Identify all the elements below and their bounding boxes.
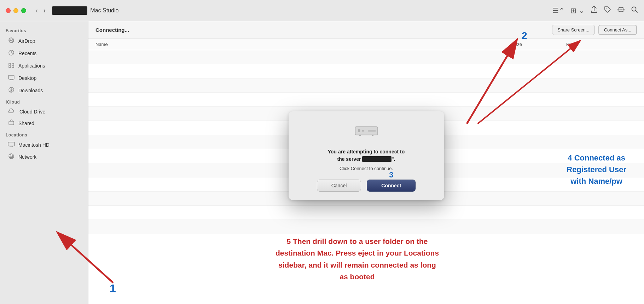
connecting-status: Connecting... (95, 27, 129, 33)
minimize-button[interactable] (13, 8, 18, 13)
airdrop-label: AirDrop (18, 38, 35, 44)
content-header: Connecting... Share Screen... Connect As… (88, 21, 644, 39)
modal-buttons: Cancel 3 Connect (317, 180, 416, 192)
sidebar-item-applications[interactable]: Applications (2, 60, 86, 72)
connect-btn-wrapper: 3 Connect (367, 180, 416, 192)
more-icon[interactable] (617, 6, 625, 15)
window-title: Mac Studio (90, 7, 118, 14)
svg-rect-19 (358, 129, 360, 132)
recents-label: Recents (18, 51, 36, 56)
svg-point-1 (619, 9, 620, 10)
redacted-hostname (52, 6, 87, 15)
svg-rect-23 (372, 135, 373, 136)
svg-rect-11 (9, 121, 14, 125)
nav-buttons: ‹ › (33, 6, 48, 15)
title-bar: ‹ › Mac Studio ☰⌃ ⊞ ⌄ (0, 0, 644, 21)
downloads-icon (8, 87, 15, 94)
svg-rect-22 (359, 135, 361, 136)
macintosh-hd-icon (8, 141, 15, 148)
sidebar: Favorites AirDrop Recents (0, 21, 88, 304)
favorites-header: Favorites (0, 25, 88, 35)
table-row (88, 93, 644, 107)
desktop-icon (8, 74, 15, 82)
sidebar-item-icloud-drive[interactable]: iCloud Drive (2, 106, 86, 117)
tag-icon[interactable] (604, 6, 611, 15)
fullscreen-button[interactable] (21, 8, 26, 13)
table-row (88, 64, 644, 78)
downloads-label: Downloads (18, 88, 43, 93)
locations-header: Locations (0, 130, 88, 139)
svg-point-3 (623, 9, 624, 10)
table-row (88, 220, 644, 234)
modal-title: You are attempting to connect to the ser… (328, 148, 405, 163)
recents-icon (8, 49, 15, 57)
step3-badge: 3 (389, 170, 393, 180)
header-buttons: Share Screen... Connect As... (552, 25, 637, 35)
table-header: Name Size Kind (88, 39, 644, 50)
desktop-label: Desktop (18, 75, 36, 81)
step5-text: 5 Then drill down to a user folder on th… (275, 237, 439, 281)
modal-connect-button[interactable]: Connect (367, 180, 416, 192)
svg-point-0 (606, 8, 607, 8)
svg-point-20 (362, 130, 364, 131)
back-button[interactable]: ‹ (33, 6, 40, 15)
share-screen-button[interactable]: Share Screen... (552, 25, 594, 35)
close-button[interactable] (6, 8, 11, 13)
sidebar-item-airdrop[interactable]: AirDrop (2, 35, 86, 47)
svg-point-2 (621, 9, 622, 10)
svg-rect-12 (8, 142, 14, 146)
svg-rect-21 (368, 130, 376, 131)
share-icon[interactable] (590, 6, 598, 15)
icloud-header: iCloud (0, 97, 88, 106)
svg-point-7 (11, 42, 12, 43)
traffic-lights (6, 8, 26, 13)
sidebar-item-desktop[interactable]: Desktop (2, 72, 86, 84)
path-label: Mac Studio (52, 6, 118, 15)
toolbar-right: ☰⌃ ⊞ ⌄ (552, 6, 638, 15)
macintosh-hd-label: Macintosh HD (18, 142, 50, 148)
grid-view-icon[interactable]: ⊞ ⌄ (570, 6, 585, 15)
sidebar-item-downloads[interactable]: Downloads (2, 84, 86, 97)
icloud-drive-icon (8, 109, 15, 115)
sidebar-item-network[interactable]: Network (2, 151, 86, 163)
col-name-header: Name (95, 42, 513, 47)
sidebar-item-macintosh-hd[interactable]: Macintosh HD (2, 139, 86, 151)
content-area: Connecting... Share Screen... Connect As… (88, 21, 644, 304)
applications-label: Applications (18, 63, 45, 69)
connect-as-button[interactable]: Connect As... (598, 25, 637, 35)
col-kind-header: Kind (566, 42, 637, 47)
airdrop-icon (8, 37, 15, 45)
table-row (88, 78, 644, 93)
modal-cancel-button[interactable]: Cancel (317, 180, 361, 192)
modal-subtitle: Click Connect to continue. (340, 166, 393, 171)
main-area: Favorites AirDrop Recents (0, 21, 644, 304)
network-label: Network (18, 154, 36, 160)
shared-icon (8, 119, 15, 127)
search-icon[interactable] (631, 6, 638, 15)
modal-mac-studio-icon (352, 122, 381, 140)
shared-label: Shared (18, 121, 34, 126)
table-row (88, 50, 644, 64)
svg-rect-9 (8, 75, 14, 79)
step5-annotation: 5 Then drill down to a user folder on th… (230, 235, 485, 283)
col-size-header: Size (513, 42, 566, 47)
connect-dialog: You are attempting to connect to the ser… (289, 111, 444, 200)
table-row (88, 206, 644, 220)
icloud-drive-label: iCloud Drive (18, 109, 45, 115)
sidebar-item-shared[interactable]: Shared (2, 117, 86, 129)
forward-button[interactable]: › (41, 6, 48, 15)
network-icon (8, 153, 15, 161)
applications-icon (8, 62, 15, 70)
list-view-icon[interactable]: ☰⌃ (552, 6, 565, 15)
sidebar-item-recents[interactable]: Recents (2, 47, 86, 59)
